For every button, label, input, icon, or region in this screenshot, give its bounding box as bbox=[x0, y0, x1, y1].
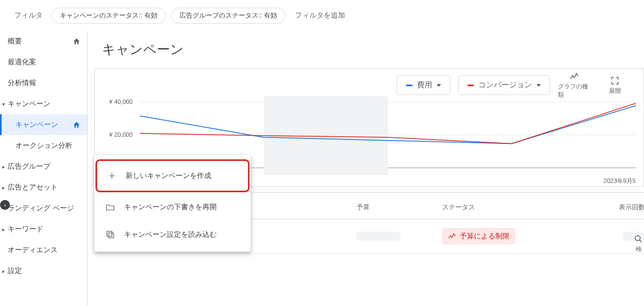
sidebar-item-adgroups[interactable]: 広告グループ bbox=[0, 156, 87, 177]
swatch-icon bbox=[406, 85, 413, 86]
folder-icon bbox=[105, 202, 115, 212]
sidebar-item-keywords[interactable]: キーワード bbox=[0, 219, 87, 240]
sidebar-item-audiences[interactable]: オーディエンス bbox=[0, 240, 87, 260]
home-icon bbox=[72, 121, 81, 129]
x-tick-label: 2023年9月5 bbox=[603, 177, 636, 185]
swatch-icon bbox=[467, 85, 474, 86]
sidebar-item-campaigns[interactable]: キャンペーン bbox=[0, 114, 87, 135]
sidebar-item-ads-assets[interactable]: 広告とアセット bbox=[0, 177, 87, 198]
sidebar-item-insights[interactable]: 分析情報 bbox=[0, 73, 87, 93]
sidebar-item-label: 広告グループ bbox=[8, 162, 50, 171]
plus-icon bbox=[107, 171, 117, 181]
sidebar-item-label: 分析情報 bbox=[8, 78, 36, 88]
page-title: キャンペーン bbox=[88, 31, 644, 68]
home-icon bbox=[72, 37, 81, 46]
metric-2-selector[interactable]: コンバージョン bbox=[458, 75, 550, 95]
copy-icon bbox=[105, 230, 115, 240]
menu-item-label: キャンペーン設定を読み込む bbox=[124, 230, 217, 240]
expand-icon bbox=[610, 76, 620, 86]
chevron-down-icon bbox=[437, 84, 441, 87]
sidebar-item-landing-pages[interactable]: ランディング ページ bbox=[0, 198, 87, 219]
add-filter[interactable]: フィルタを追加 bbox=[291, 8, 349, 23]
sidebar-item-label: 最適化案 bbox=[8, 57, 36, 67]
new-campaign-menu: 新しいキャンペーンを作成 キャンペーンの下書きを再開 キャンペーン設定を読み込む bbox=[94, 155, 251, 252]
expand-button[interactable]: 展開 bbox=[598, 76, 631, 95]
column-impressions[interactable]: 表示回数 bbox=[596, 203, 644, 212]
metric-1-selector[interactable]: 費用 bbox=[397, 75, 450, 95]
sidebar-item-overview[interactable]: 概要 bbox=[0, 31, 87, 52]
svg-rect-2 bbox=[107, 231, 112, 236]
sidebar-item-label: ランディング ページ bbox=[8, 203, 74, 213]
sidebar-item-label: 設定 bbox=[8, 266, 22, 276]
menu-item-new-campaign[interactable]: 新しいキャンペーンを作成 bbox=[95, 159, 250, 192]
y-tick-label: ¥ 40,000 bbox=[109, 98, 133, 105]
sidebar-item-label: 概要 bbox=[8, 36, 22, 46]
svg-rect-1 bbox=[109, 233, 114, 238]
menu-item-label: 新しいキャンペーンを作成 bbox=[126, 171, 211, 181]
sidebar-item-label: 広告とアセット bbox=[8, 182, 58, 192]
sidebar-item-label: オーディエンス bbox=[8, 245, 58, 255]
filter-chip-campaign-status[interactable]: キャンペーンのステータス:: 有効 bbox=[52, 8, 166, 24]
sidebar-item-label: キーワード bbox=[8, 224, 43, 234]
blurred-value bbox=[357, 232, 400, 241]
menu-item-resume-draft[interactable]: キャンペーンの下書きを再開 bbox=[94, 193, 251, 221]
metric-label: コンバージョン bbox=[478, 80, 532, 90]
sidebar-collapse-button[interactable]: ‹ bbox=[0, 200, 10, 210]
sidebar-item-settings[interactable]: 設定 bbox=[0, 260, 87, 281]
metric-label: 費用 bbox=[417, 80, 432, 90]
filter-chip-adgroup-status[interactable]: 広告グループのステータス:: 有効 bbox=[171, 8, 285, 24]
column-status[interactable]: ステータス bbox=[442, 203, 541, 212]
tool-label: 展開 bbox=[609, 87, 621, 95]
chevron-down-icon bbox=[536, 84, 541, 87]
sidebar-item-campaigns-group[interactable]: キャンペーン bbox=[0, 93, 87, 114]
menu-item-label: キャンペーンの下書きを再開 bbox=[124, 202, 217, 212]
sidebar-item-label: キャンペーン bbox=[8, 99, 50, 109]
chart-icon bbox=[448, 232, 456, 241]
sidebar-item-label: オークション分析 bbox=[15, 141, 72, 151]
search-icon[interactable]: 検 bbox=[633, 234, 644, 253]
status-text: 予算による制限 bbox=[460, 231, 510, 241]
sidebar-item-optimization[interactable]: 最適化案 bbox=[0, 52, 87, 73]
chart-type-button[interactable]: グラフの種類 bbox=[558, 71, 591, 99]
sidebar-item-label: キャンペーン bbox=[15, 120, 58, 130]
status-badge-limited-by-budget[interactable]: 予算による制限 bbox=[442, 228, 515, 244]
svg-point-3 bbox=[635, 236, 640, 241]
sidebar: 概要 最適化案 分析情報 キャンペーン キャンペーン オークション分析 広告グル… bbox=[0, 31, 88, 306]
column-budget[interactable]: 予算 bbox=[357, 203, 433, 212]
chart-line-icon bbox=[569, 71, 579, 81]
menu-item-load-settings[interactable]: キャンペーン設定を読み込む bbox=[94, 221, 251, 248]
sidebar-item-auction-insights[interactable]: オークション分析 bbox=[0, 135, 87, 156]
chevron-left-icon: ‹ bbox=[4, 202, 6, 208]
filter-label: フィルタ bbox=[14, 10, 43, 20]
y-tick-label: ¥ 20,000 bbox=[109, 131, 133, 138]
search-label: 検 bbox=[633, 245, 644, 253]
